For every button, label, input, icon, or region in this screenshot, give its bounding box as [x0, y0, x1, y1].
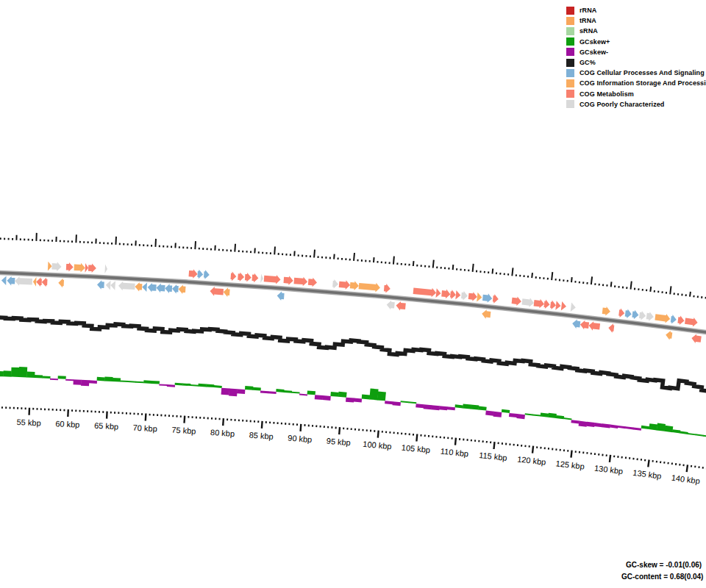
reverse-gene-arrow	[15, 276, 32, 286]
top-ruler-tick	[393, 257, 394, 265]
legend-label: COG Information Storage And Processing	[580, 79, 706, 87]
legend-item: COG Information Storage And Processing	[566, 78, 706, 88]
forward-gene-arrow	[204, 270, 210, 279]
bottom-ruler-tick	[339, 427, 340, 434]
gc-skew-positive-segment	[532, 414, 541, 416]
forward-gene-arrow	[534, 299, 544, 309]
top-ruler-tick	[314, 250, 315, 258]
gc-skew-positive-segment	[672, 429, 681, 433]
reverse-gene-arrow	[172, 284, 179, 294]
gc-skew-positive-segment	[563, 417, 571, 420]
forward-gene-arrow	[677, 316, 684, 326]
top-ruler-tick	[670, 286, 671, 294]
gc-skew-positive-segment	[113, 378, 121, 382]
forward-gene-arrow	[260, 273, 263, 283]
legend-item: sRNA	[566, 26, 706, 36]
reverse-gene-arrow	[110, 281, 115, 290]
bottom-ruler-tick	[494, 442, 495, 449]
bottom-ruler-tick	[610, 455, 610, 462]
forward-gene-arrow	[436, 288, 441, 298]
gc-skew-positive-segment	[175, 383, 183, 386]
forward-gene-arrow	[555, 301, 560, 310]
legend-swatch-cog-info	[566, 79, 574, 87]
legend-label: rRNA	[580, 7, 596, 14]
forward-gene-arrow	[602, 306, 610, 316]
legend-swatch-gc-percent	[566, 59, 574, 67]
top-ruler-tick	[354, 253, 354, 261]
legend-label: COG Metabolism	[580, 90, 634, 98]
legend-swatch-cog-metabolism	[566, 90, 574, 98]
gc-skew-positive-segment	[284, 390, 292, 393]
ruler-label: 140 kbp	[671, 473, 700, 486]
forward-gene-arrow	[252, 273, 259, 283]
gc-skew-positive-segment	[26, 372, 35, 378]
top-ruler-tick	[473, 264, 474, 272]
reverse-gene-arrow	[106, 281, 111, 290]
legend-swatch-cog-cellular	[566, 69, 574, 77]
forward-gene-arrow	[238, 272, 244, 282]
reverse-gene-arrow	[157, 284, 165, 293]
legend-label: sRNA	[580, 27, 598, 35]
gc-skew-negative-segment	[618, 426, 626, 429]
top-ruler-tick	[115, 237, 116, 245]
reverse-gene-arrow	[36, 277, 42, 287]
legend-label: tRNA	[580, 17, 596, 24]
forward-gene-arrow	[51, 262, 61, 271]
forward-gene-arrow	[646, 312, 654, 321]
legend-swatch-gcskew-plus	[566, 37, 574, 46]
gc-skew-negative-segment	[485, 411, 494, 416]
forward-gene-arrow	[48, 262, 52, 271]
ruler-label: 120 kbp	[517, 455, 546, 467]
legend-swatch-srna	[566, 27, 574, 35]
forward-gene-arrow	[245, 273, 252, 282]
forward-gene-arrow	[384, 284, 391, 293]
top-ruler-tick	[374, 257, 374, 262]
gc-skew-positive-segment	[136, 381, 144, 384]
gc-skew-negative-segment	[385, 401, 393, 404]
bottom-ruler-tick	[185, 416, 185, 423]
forward-gene-arrow	[461, 291, 468, 301]
legend-item: GCskew+	[566, 37, 706, 47]
forward-gene-arrow	[671, 315, 677, 324]
gc-skew-positive-segment	[680, 431, 688, 434]
forward-gene-arrow	[450, 290, 456, 299]
gc-skew-positive-segment	[369, 389, 378, 401]
gc-skew-negative-segment	[89, 380, 97, 384]
gc-skew-negative-segment	[74, 379, 82, 385]
top-ruler-tick	[334, 254, 335, 259]
top-ruler-tick	[453, 265, 454, 270]
top-ruler-tick	[631, 282, 632, 290]
forward-gene-arrow	[550, 301, 556, 310]
forward-gene-arrow	[512, 296, 521, 306]
legend-label: COG Cellular Processes And Signaling	[580, 69, 705, 76]
bottom-ruler-tick	[301, 424, 302, 431]
gc-skew-negative-segment	[424, 404, 432, 409]
gc-skew-negative-segment	[594, 423, 603, 427]
legend-item: COG Poorly Characterized	[566, 99, 706, 110]
forward-gene-arrow	[88, 264, 96, 273]
gc-skew-positive-segment	[42, 376, 50, 379]
ruler-label: 60 kbp	[55, 419, 80, 429]
legend-swatch-gcskew-minus	[566, 48, 574, 56]
gc-skew-positive-segment	[377, 391, 386, 401]
gc-skew-negative-segment	[221, 388, 230, 395]
forward-gene-arrow	[625, 309, 632, 319]
forward-gene-arrow	[482, 293, 492, 303]
gc-skew-positive-segment	[120, 381, 128, 383]
gc-skew-positive-segment	[58, 376, 66, 379]
bottom-ruler-tick	[107, 412, 107, 419]
ruler-label: 90 kbp	[288, 434, 313, 445]
reverse-gene-arrow	[7, 276, 15, 286]
reverse-gene-arrow	[179, 284, 186, 294]
top-ruler-tick	[274, 247, 275, 255]
reverse-gene-arrow	[42, 278, 48, 287]
gc-skew-positive-segment	[641, 426, 650, 429]
top-ruler-tick	[611, 282, 612, 287]
legend-swatch-trna	[566, 17, 574, 25]
gc-skew-positive-segment	[11, 368, 20, 377]
gc-skew-negative-segment	[50, 379, 58, 381]
legend-label: GCskew+	[580, 38, 610, 46]
forward-gene-arrow	[189, 269, 198, 279]
gc-skew-positive-segment	[35, 375, 43, 379]
gc-skew-positive-segment	[128, 381, 136, 383]
